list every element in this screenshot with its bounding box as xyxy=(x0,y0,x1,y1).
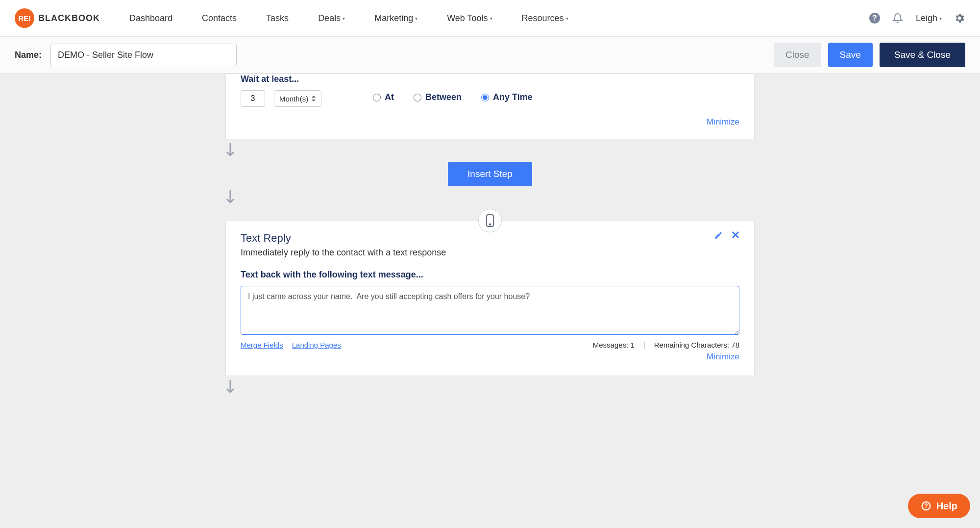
sort-icon xyxy=(311,96,316,101)
remaining-chars: Remaining Characters: 78 xyxy=(654,341,739,349)
help-icon[interactable]: ? xyxy=(869,12,881,24)
close-button[interactable]: Close xyxy=(774,43,821,67)
minimize-link[interactable]: Minimize xyxy=(241,102,739,135)
insert-step-button[interactable]: Insert Step xyxy=(448,162,532,186)
radio-between-label: Between xyxy=(425,92,462,102)
wait-unit-label: Month(s) xyxy=(279,95,308,103)
radio-at-label: At xyxy=(385,92,394,102)
chevron-down-icon: ▾ xyxy=(490,16,492,21)
arrow-down-icon xyxy=(225,139,755,162)
messages-count: Messages: 1 xyxy=(593,341,635,349)
top-nav: REI BLACKBOOK Dashboard Contacts Tasks D… xyxy=(0,0,980,37)
nav-tasks[interactable]: Tasks xyxy=(266,13,289,24)
logo-badge: REI xyxy=(15,8,34,28)
radio-anytime-input[interactable] xyxy=(481,94,489,101)
nav-deals[interactable]: Deals ▾ xyxy=(318,13,345,24)
user-name: Leigh xyxy=(916,13,937,24)
nav-webtools[interactable]: Web Tools ▾ xyxy=(447,13,492,24)
text-stats: Messages: 1 | Remaining Characters: 78 xyxy=(593,341,739,349)
radio-at[interactable]: At xyxy=(373,92,394,102)
nav-marketing[interactable]: Marketing ▾ xyxy=(374,13,417,24)
user-menu[interactable]: Leigh ▾ xyxy=(916,13,942,24)
name-label: Name: xyxy=(15,50,42,60)
gear-icon[interactable] xyxy=(954,12,965,24)
workflow-name-input[interactable] xyxy=(50,44,237,66)
chevron-down-icon: ▾ xyxy=(343,16,345,21)
radio-between[interactable]: Between xyxy=(414,92,462,102)
bell-icon[interactable] xyxy=(892,12,904,24)
radio-anytime[interactable]: Any Time xyxy=(481,92,533,102)
merge-fields-link[interactable]: Merge Fields xyxy=(241,341,283,349)
chevron-down-icon: ▾ xyxy=(415,16,417,21)
step-type-badge xyxy=(225,209,755,232)
name-group: Name: xyxy=(15,44,237,66)
landing-pages-link[interactable]: Landing Pages xyxy=(292,341,341,349)
main-nav: Dashboard Contacts Tasks Deals ▾ Marketi… xyxy=(129,13,869,24)
text-reply-subtitle: Immediately reply to the contact with a … xyxy=(241,248,739,258)
radio-anytime-label: Any Time xyxy=(493,92,533,102)
nav-marketing-label: Marketing xyxy=(374,13,413,24)
phone-icon xyxy=(486,214,494,227)
save-button[interactable]: Save xyxy=(828,43,873,67)
logo[interactable]: REI BLACKBOOK xyxy=(15,8,100,28)
radio-between-input[interactable] xyxy=(414,94,421,101)
topbar-right: ? Leigh ▾ xyxy=(869,12,965,24)
text-footer: Merge Fields Landing Pages Messages: 1 |… xyxy=(241,337,739,349)
nav-resources[interactable]: Resources ▾ xyxy=(522,13,568,24)
radio-at-input[interactable] xyxy=(373,94,381,101)
action-bar: Name: Close Save Save & Close xyxy=(0,37,980,74)
flow-canvas: Wait at least... Month(s) At xyxy=(225,74,755,418)
wait-step-card: Wait at least... Month(s) At xyxy=(225,74,755,139)
chevron-down-icon: ▾ xyxy=(939,16,942,21)
logo-text: BLACKBOOK xyxy=(38,13,100,24)
minimize-link[interactable]: Minimize xyxy=(241,349,739,370)
text-helper-links: Merge Fields Landing Pages xyxy=(241,341,341,349)
nav-deals-label: Deals xyxy=(318,13,341,24)
text-message-input[interactable] xyxy=(241,286,739,335)
nav-dashboard[interactable]: Dashboard xyxy=(129,13,172,24)
text-reply-section-label: Text back with the following text messag… xyxy=(241,270,739,280)
svg-point-5 xyxy=(490,224,491,226)
action-buttons: Close Save Save & Close xyxy=(774,43,965,67)
arrow-down-icon xyxy=(225,376,755,399)
wait-title: Wait at least... xyxy=(241,74,363,90)
text-reply-card: Text Reply Immediately reply to the cont… xyxy=(225,221,755,376)
nav-resources-label: Resources xyxy=(522,13,564,24)
nav-contacts[interactable]: Contacts xyxy=(202,13,237,24)
arrow-down-icon xyxy=(225,186,755,209)
chevron-down-icon: ▾ xyxy=(566,16,568,21)
wait-unit-select[interactable]: Month(s) xyxy=(274,90,321,107)
save-close-button[interactable]: Save & Close xyxy=(880,43,965,67)
divider: | xyxy=(643,341,645,349)
text-reply-title: Text Reply xyxy=(241,232,739,245)
nav-webtools-label: Web Tools xyxy=(447,13,488,24)
svg-text:?: ? xyxy=(872,14,877,22)
wait-value-input[interactable] xyxy=(241,90,265,107)
